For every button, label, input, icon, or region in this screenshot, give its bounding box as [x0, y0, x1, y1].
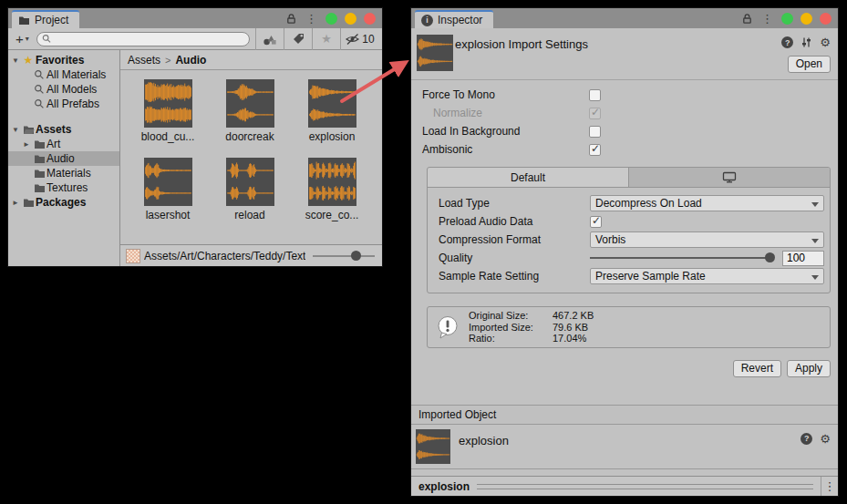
field-label: Sample Rate Setting	[433, 270, 590, 283]
option-label: Load In Background	[422, 125, 589, 138]
window-menu-icon[interactable]: ⋮	[305, 13, 318, 25]
asset-item-blood-curdling[interactable]: blood_cu...	[129, 79, 206, 143]
search-by-type-icon	[263, 33, 277, 46]
asset-item-reload[interactable]: reload	[212, 158, 288, 221]
audio-waveform-thumbnail	[308, 158, 356, 206]
presets-icon[interactable]	[801, 36, 812, 48]
disclosure-closed-icon[interactable]: ►	[21, 140, 32, 149]
load-in-background-checkbox[interactable]	[589, 126, 601, 138]
slider-knob[interactable]	[765, 252, 775, 262]
tab-default-platform[interactable]: Default	[428, 168, 629, 187]
disclosure-closed-icon[interactable]: ►	[10, 199, 21, 207]
audio-waveform-thumbnail	[226, 79, 274, 128]
field-sample-rate-setting: Sample Rate Setting Preserve Sample Rate	[433, 267, 824, 285]
texture-preview-icon	[126, 249, 140, 263]
revert-button[interactable]: Revert	[733, 360, 781, 377]
hidden-packages-button[interactable]: 10	[340, 28, 382, 50]
create-asset-button[interactable]: + ▾	[8, 28, 35, 49]
star-icon: ★	[21, 54, 36, 67]
audio-waveform-thumbnail	[416, 429, 450, 464]
folder-icon	[21, 198, 36, 208]
window-button-minimize[interactable]	[325, 13, 337, 25]
disclosure-open-icon[interactable]: ▼	[10, 126, 21, 134]
project-window: Project ⋮ + ▾ ★ 10	[7, 7, 383, 267]
tree-label: Packages	[36, 196, 86, 209]
tree-item-audio[interactable]: Audio	[8, 151, 119, 166]
load-type-dropdown[interactable]: Decompress On Load	[590, 195, 824, 211]
tree-label: All Prefabs	[46, 98, 99, 110]
tree-item-materials[interactable]: Materials	[8, 166, 119, 180]
preview-menu-icon[interactable]: ⋮	[821, 480, 838, 492]
tree-item-all-prefabs[interactable]: All Prefabs	[8, 97, 119, 111]
force-to-mono-checkbox[interactable]	[589, 89, 601, 101]
imported-size-label: Imported Size:	[469, 322, 553, 334]
folder-icon	[32, 183, 46, 193]
window-button-close[interactable]	[820, 13, 832, 25]
lock-open-icon[interactable]	[285, 13, 297, 25]
ambisonic-checkbox[interactable]	[589, 144, 601, 156]
import-settings-title: explosion Import Settings	[455, 37, 588, 51]
tree-item-textures[interactable]: Textures	[8, 180, 119, 195]
platform-tabstrip: Default	[428, 168, 830, 188]
quality-slider[interactable]	[590, 257, 773, 259]
tree-item-favorites[interactable]: ▼ ★ Favorites	[8, 53, 119, 67]
disclosure-open-icon[interactable]: ▼	[10, 57, 21, 65]
tree-label: All Materials	[46, 68, 106, 81]
window-button-minimize[interactable]	[781, 13, 793, 25]
option-ambisonic: Ambisonic	[411, 140, 838, 159]
option-label: Ambisonic	[422, 143, 589, 156]
asset-item-score[interactable]: score_co...	[294, 158, 370, 221]
open-button[interactable]: Open	[788, 56, 831, 73]
tree-item-art[interactable]: ► Art	[8, 137, 119, 151]
tree-item-packages[interactable]: ► Packages	[8, 195, 119, 210]
asset-label: score_co...	[294, 209, 370, 221]
compression-format-dropdown[interactable]: Vorbis	[590, 231, 824, 248]
imported-object-title: Imported Object	[418, 408, 496, 421]
asset-item-lasershot[interactable]: lasershot	[129, 158, 206, 221]
selected-asset-path: Assets/Art/Characters/Teddy/Text	[144, 250, 305, 262]
favorite-search-button[interactable]: ★	[312, 28, 340, 50]
preview-resize-grip[interactable]	[477, 484, 813, 489]
imported-object-name: explosion	[459, 434, 509, 447]
window-button-close[interactable]	[364, 13, 376, 25]
search-by-type-button[interactable]	[255, 28, 284, 50]
gear-icon[interactable]: ⚙	[820, 36, 831, 48]
preview-bar: explosion ⋮	[411, 476, 838, 496]
audio-waveform-thumbnail	[144, 79, 192, 128]
monitor-icon	[722, 171, 737, 183]
option-normalize: Normalize	[411, 104, 838, 122]
help-icon[interactable]: ?	[781, 36, 793, 48]
search-input[interactable]	[54, 34, 244, 45]
asset-item-doorcreak[interactable]: doorcreak	[212, 79, 288, 143]
sample-rate-dropdown[interactable]: Preserve Sample Rate	[590, 268, 824, 284]
window-button-maximize[interactable]	[345, 13, 356, 25]
option-force-to-mono: Force To Mono	[411, 86, 838, 104]
search-icon	[42, 34, 51, 44]
slider-knob[interactable]	[351, 251, 361, 261]
search-by-label-button[interactable]	[284, 28, 312, 50]
preload-audio-data-checkbox[interactable]	[590, 216, 602, 228]
chevron-down-icon	[811, 275, 819, 280]
tree-item-assets[interactable]: ▼ Assets	[8, 122, 119, 137]
folder-open-icon	[21, 125, 36, 135]
window-button-maximize[interactable]	[801, 13, 812, 25]
help-icon[interactable]: ?	[801, 433, 812, 445]
apply-button[interactable]: Apply	[787, 360, 831, 377]
tab-project[interactable]: Project	[12, 10, 79, 28]
tab-standalone-platform[interactable]	[629, 168, 830, 187]
tree-item-all-materials[interactable]: All Materials	[8, 67, 119, 82]
thumbnail-size-slider[interactable]	[313, 255, 375, 257]
tree-item-all-models[interactable]: All Models	[8, 82, 119, 97]
gear-icon[interactable]: ⚙	[820, 433, 831, 445]
breadcrumb-current[interactable]: Audio	[175, 54, 206, 67]
lock-open-icon[interactable]	[741, 13, 753, 25]
breadcrumb-root[interactable]: Assets	[128, 54, 160, 67]
asset-grid: blood_cu... doorcreak explosion lasersho…	[120, 70, 382, 244]
tree-label: Audio	[46, 152, 75, 165]
tree-label: Textures	[46, 181, 88, 194]
imported-size-value: 79.6 KB	[553, 322, 588, 334]
asset-item-explosion[interactable]: explosion	[294, 79, 370, 143]
quality-value-input[interactable]	[782, 251, 824, 266]
tab-inspector[interactable]: i Inspector	[415, 10, 493, 28]
window-menu-icon[interactable]: ⋮	[760, 13, 774, 25]
